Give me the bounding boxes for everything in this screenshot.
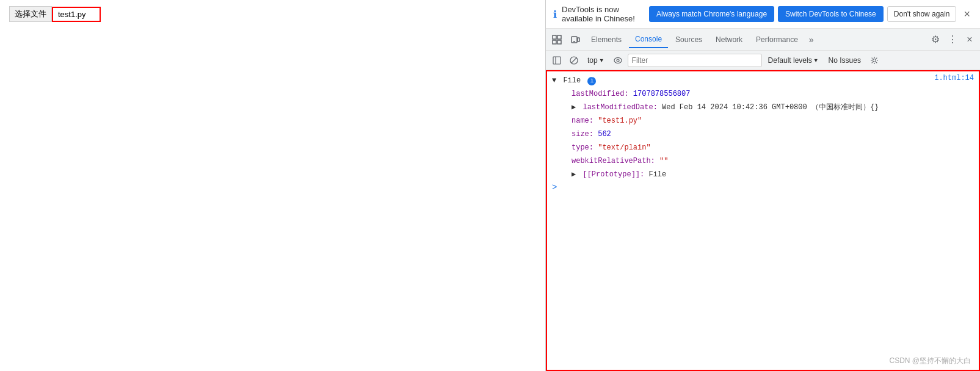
close-notification-button[interactable]: ×	[961, 9, 973, 20]
devtools-close-icon[interactable]: ×	[962, 32, 978, 48]
svg-line-10	[572, 57, 577, 63]
choose-file-button[interactable]: 选择文件	[9, 6, 52, 22]
size-line: size: 562	[547, 128, 979, 141]
prototype-key: [[Prototype]]:	[583, 170, 648, 179]
last-modified-line: lastModified: 1707878556807	[547, 87, 979, 101]
name-key: name:	[572, 117, 598, 125]
svg-point-12	[617, 59, 619, 62]
log-levels-arrow: ▼	[813, 57, 819, 63]
tab-elements[interactable]: Elements	[585, 32, 628, 48]
file-info-badge: i	[587, 77, 596, 85]
svg-rect-3	[557, 40, 561, 44]
always-match-button[interactable]: Always match Chrome's language	[649, 6, 774, 22]
log-levels-button[interactable]: Default levels ▼	[764, 55, 822, 66]
svg-point-13	[873, 59, 876, 62]
prototype-value: File	[648, 170, 666, 179]
size-key: size:	[572, 130, 598, 139]
tabs-row: Elements Console Sources Network Perform…	[546, 29, 980, 51]
prototype-line: ▶ [[Prototype]]: File	[547, 168, 979, 181]
watermark: CSDN @坚持不懈的大白	[889, 356, 971, 366]
device-toggle-icon[interactable]	[567, 31, 584, 48]
filter-input[interactable]	[628, 54, 762, 67]
clear-console-button[interactable]	[567, 53, 581, 68]
console-prompt[interactable]: >	[547, 181, 979, 193]
eye-icon[interactable]	[611, 53, 625, 68]
tab-console[interactable]: Console	[629, 31, 668, 48]
console-settings-button[interactable]	[867, 53, 882, 68]
last-modified-date-line: ▶ lastModifiedDate: Wed Feb 14 2024 10:4…	[547, 101, 979, 114]
page-area: 选择文件 test1.py	[0, 0, 545, 371]
svg-point-11	[614, 57, 622, 63]
type-key: type:	[572, 143, 598, 152]
tab-network[interactable]: Network	[710, 32, 749, 48]
file-label: File	[563, 76, 585, 85]
last-modified-date-value: Wed Feb 14 2024 10:42:36 GMT+0800 （中国标准时…	[662, 103, 879, 112]
size-value: 562	[598, 130, 611, 139]
last-modified-value: 1707878556807	[633, 90, 691, 98]
console-sidebar-button[interactable]	[550, 53, 564, 68]
context-selector[interactable]: top ▼	[584, 55, 608, 66]
info-icon: ℹ	[553, 9, 557, 20]
file-expand-arrow[interactable]: ▼	[552, 76, 556, 85]
svg-rect-1	[557, 35, 561, 39]
console-output: 1.html:14 ▼ File i lastModified: 1707878…	[546, 70, 980, 371]
svg-rect-7	[553, 57, 561, 64]
type-line: type: "text/plain"	[547, 141, 979, 154]
svg-rect-0	[553, 35, 556, 39]
context-arrow: ▼	[599, 57, 604, 63]
more-tabs-button[interactable]: »	[805, 32, 818, 47]
name-value: "test1.py"	[598, 117, 642, 125]
file-input-area: 选择文件 test1.py	[0, 0, 545, 28]
last-modified-date-key: lastModifiedDate:	[583, 103, 662, 112]
file-name-display: test1.py	[52, 7, 101, 22]
notification-buttons: Always match Chrome's language Switch De…	[649, 6, 956, 22]
inspect-element-icon[interactable]	[548, 31, 565, 48]
last-modified-key: lastModified:	[572, 90, 633, 98]
toolbar-row: top ▼ Default levels ▼ No Issues	[546, 51, 980, 70]
devtools-panel: ℹ DevTools is now available in Chinese! …	[545, 0, 980, 371]
webkit-relative-path-line: webkitRelativePath: ""	[547, 154, 979, 168]
no-issues-label: No Issues	[825, 55, 865, 66]
prototype-arrow[interactable]: ▶	[572, 170, 576, 179]
svg-rect-2	[553, 40, 556, 44]
switch-devtools-button[interactable]: Switch DevTools to Chinese	[778, 6, 884, 22]
webkit-key: webkitRelativePath:	[572, 157, 659, 165]
webkit-value: ""	[659, 157, 668, 165]
console-file-line: ▼ File i	[547, 74, 979, 87]
name-line: name: "test1.py"	[547, 114, 979, 128]
notification-bar: ℹ DevTools is now available in Chinese! …	[546, 0, 980, 29]
last-modified-date-arrow[interactable]: ▶	[572, 103, 576, 112]
devtools-settings-icon[interactable]: ⚙	[927, 32, 943, 48]
context-label: top	[587, 56, 598, 65]
tab-sources[interactable]: Sources	[669, 32, 708, 48]
svg-rect-5	[578, 38, 579, 41]
log-levels-label: Default levels	[768, 56, 812, 65]
dont-show-button[interactable]: Don't show again	[887, 6, 957, 22]
devtools-more-options-icon[interactable]: ⋮	[945, 32, 960, 48]
type-value: "text/plain"	[598, 143, 650, 152]
notification-text: DevTools is now available in Chinese!	[562, 5, 644, 23]
tab-performance[interactable]: Performance	[750, 32, 804, 48]
